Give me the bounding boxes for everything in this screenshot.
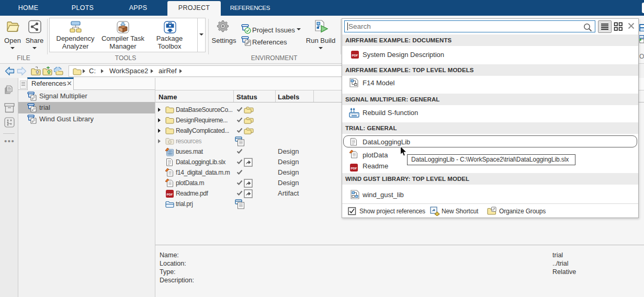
svg-text:PDF: PDF [167,193,173,196]
svg-text:PDF: PDF [352,54,358,57]
svg-text:PDF: PDF [351,167,357,170]
